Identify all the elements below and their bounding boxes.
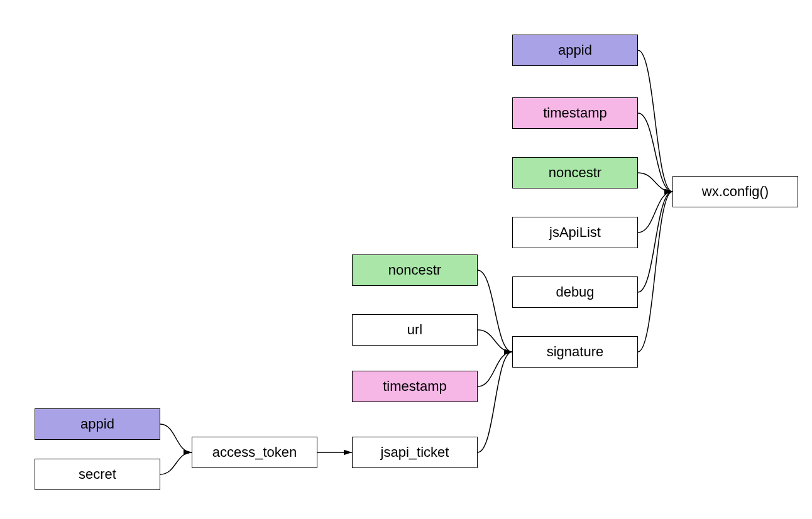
node-label: jsapi_ticket [381,444,449,461]
node-label: wx.config() [702,183,769,200]
edge-debug-to-wxconfig [638,192,672,292]
node-label: secret [79,466,116,483]
node-access-token: access_token [192,437,317,468]
edge-signature-to-wxconfig [638,192,672,352]
node-label: appid [80,416,114,432]
node-label: timestamp [383,378,446,395]
node-label: noncestr [549,165,601,181]
edge-url-to-signature [478,330,512,352]
node-label: signature [547,344,604,360]
edge-appid2-to-wxconfig [638,50,672,192]
node-timestamp-right: timestamp [512,97,638,129]
edge-noncestr1-to-wxconfig [638,173,672,192]
node-label: timestamp [543,105,606,121]
edge-timestamp1-to-wxconfig [638,113,672,192]
node-appid-left: appid [35,408,160,440]
edge-jsapilist-to-wxconfig [638,192,672,232]
node-label: appid [558,42,592,58]
node-wxconfig: wx.config() [672,176,798,207]
node-label: jsApiList [549,224,601,241]
node-appid-right: appid [512,35,638,66]
node-jsapilist: jsApiList [512,217,638,248]
edge-appid1-to-access_token [160,424,192,452]
edge-secret-to-access_token [160,452,192,474]
node-timestamp-mid: timestamp [352,371,478,402]
edge-timestamp2-to-signature [478,352,512,386]
node-noncestr-right: noncestr [512,157,638,188]
node-secret: secret [35,459,160,490]
node-jsapi-ticket: jsapi_ticket [352,437,478,468]
node-label: access_token [212,444,297,461]
node-label: noncestr [388,262,441,278]
node-signature: signature [512,336,638,368]
node-noncestr-mid: noncestr [352,254,478,286]
node-url: url [352,314,478,346]
node-debug: debug [512,276,638,308]
edge-jsapi_ticket-to-signature [478,352,512,452]
edge-noncestr2-to-signature [478,270,512,352]
diagram-canvas: appid secret access_token jsapi_ticket n… [0,0,812,519]
node-label: url [407,322,422,338]
node-label: debug [556,284,594,300]
